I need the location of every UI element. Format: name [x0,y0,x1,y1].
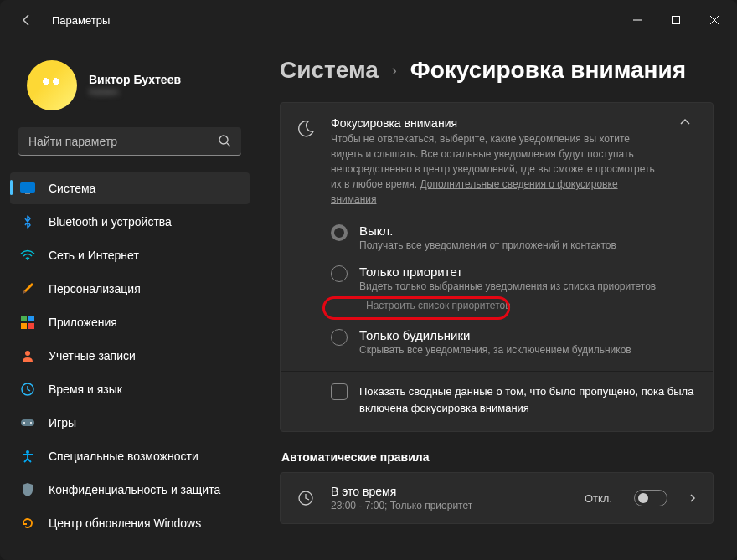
option-alarms[interactable]: Только будильники Скрывать все уведомлен… [331,328,698,356]
rule-title: В это время [331,485,570,498]
option-desc: Получать все уведомления от приложений и… [359,239,698,251]
svg-rect-7 [21,316,27,321]
moon-icon [296,120,316,138]
sidebar-item-system[interactable]: Система [10,172,250,204]
breadcrumb-parent[interactable]: Система [280,57,379,84]
clock-icon [20,382,35,397]
display-icon [20,181,35,196]
chevron-right-icon[interactable] [688,493,698,503]
sidebar-item-gaming[interactable]: Игры [10,407,250,439]
sidebar-item-accessibility[interactable]: Специальные возможности [10,440,250,472]
sidebar-item-label: Игры [49,416,76,429]
update-icon [20,516,35,531]
svg-rect-4 [21,183,35,193]
sidebar: Виктор Бухтеев hidden Система Bluetooth … [0,40,260,560]
gamepad-icon [20,415,35,430]
brush-icon [20,281,35,296]
content-area: Система › Фокусировка внимания Фокусиров… [260,40,737,560]
nav: Система Bluetooth и устройства Сеть и Ин… [10,172,250,539]
show-summary-row[interactable]: Показать сводные данные о том, что было … [281,371,713,431]
radio-off[interactable] [331,224,348,241]
bluetooth-icon [20,214,35,229]
page-title: Фокусировка внимания [410,57,686,84]
collapse-button[interactable] [673,116,698,128]
option-desc: Скрывать все уведомления, за исключением… [359,344,698,356]
svg-point-16 [26,450,29,454]
svg-rect-8 [28,316,34,321]
customize-priority-link[interactable]: Настроить список приоритетов [359,297,518,315]
rule-time-card[interactable]: В это время 23:00 - 7:00; Только приорит… [280,472,714,524]
radio-alarms[interactable] [331,329,348,346]
rule-time-toggle[interactable] [634,490,667,506]
user-icon [20,348,35,363]
sidebar-item-label: Сеть и Интернет [49,249,139,262]
window-title: Параметры [52,14,618,27]
focus-assist-card: Фокусировка внимания Чтобы не отвлекатьс… [280,102,714,432]
search-box [18,127,241,156]
sidebar-item-label: Приложения [49,316,117,329]
shield-icon [20,482,35,497]
svg-rect-1 [673,17,680,24]
svg-rect-10 [28,323,34,329]
sidebar-item-accounts[interactable]: Учетные записи [10,340,250,372]
apps-icon [20,315,35,330]
sidebar-item-personalization[interactable]: Персонализация [10,273,250,305]
search-icon [219,135,231,147]
sidebar-item-privacy[interactable]: Конфиденциальность и защита [10,474,250,506]
svg-point-14 [23,422,25,424]
breadcrumb: Система › Фокусировка внимания [280,57,714,84]
sidebar-item-label: Центр обновления Windows [49,516,201,530]
sidebar-item-label: Время и язык [49,383,122,396]
option-off[interactable]: Выкл. Получать все уведомления от прилож… [331,223,698,251]
auto-rules-heading: Автоматические правила [281,450,714,464]
svg-rect-13 [21,419,34,426]
rule-subtitle: 23:00 - 7:00; Только приоритет [331,500,570,511]
svg-rect-5 [25,193,30,194]
titlebar: Параметры [0,0,737,40]
option-priority[interactable]: Только приоритет Видеть только выбранные… [331,265,698,315]
avatar [27,60,77,110]
user-email: hidden [89,86,181,98]
show-summary-label: Показать сводные данные о том, что было … [359,383,698,416]
svg-point-6 [27,259,28,260]
sidebar-item-label: Конфиденциальность и защита [49,483,220,496]
sidebar-item-label: Учетные записи [49,349,136,362]
close-button[interactable] [695,7,734,33]
rule-state: Откл. [585,492,612,505]
accessibility-icon [20,449,35,464]
search-input[interactable] [18,127,241,156]
chevron-right-icon: › [392,62,397,80]
minimize-button[interactable] [618,7,657,33]
user-profile[interactable]: Виктор Бухтеев hidden [10,40,250,127]
sidebar-item-label: Bluetooth и устройства [49,215,172,229]
radio-priority[interactable] [331,265,348,282]
svg-point-15 [30,422,32,424]
wifi-icon [20,248,35,263]
option-desc: Видеть только выбранные уведомления из с… [359,280,698,292]
show-summary-checkbox[interactable] [331,383,348,400]
sidebar-item-label: Персонализация [49,282,141,295]
sidebar-item-bluetooth[interactable]: Bluetooth и устройства [10,206,250,238]
settings-window: Параметры Виктор Бухтеев hidden [0,0,737,560]
focus-description: Чтобы не отвлекаться, выберите, какие ув… [331,131,657,207]
sidebar-item-windows-update[interactable]: Центр обновления Windows [10,507,250,539]
maximize-button[interactable] [657,7,695,33]
sidebar-item-label: Специальные возможности [49,450,198,463]
focus-mode-options: Выкл. Получать все уведомления от прилож… [281,220,713,371]
back-button[interactable] [13,7,40,33]
user-name: Виктор Бухтеев [89,73,181,86]
clock-outline-icon [296,490,316,506]
option-title: Только приоритет [359,265,698,279]
option-title: Выкл. [359,223,698,238]
svg-point-11 [25,351,30,356]
svg-point-2 [219,136,228,144]
sidebar-item-apps[interactable]: Приложения [10,306,250,338]
sidebar-item-network[interactable]: Сеть и Интернет [10,239,250,271]
sidebar-item-label: Система [49,182,95,195]
option-title: Только будильники [359,328,698,342]
focus-title: Фокусировка внимания [331,116,657,130]
svg-line-3 [227,143,230,146]
svg-rect-9 [21,323,27,329]
sidebar-item-time-language[interactable]: Время и язык [10,373,250,405]
